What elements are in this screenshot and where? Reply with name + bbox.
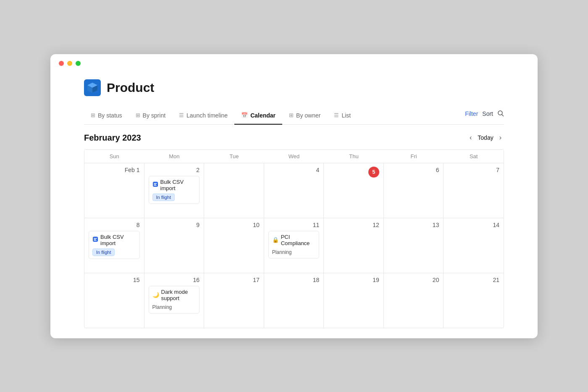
tabs-right: Filter Sort — [465, 110, 504, 122]
day-cell: 15 — [84, 273, 144, 328]
calendar-month-label: February 2023 — [84, 133, 141, 143]
day-cell: 2 Bulk CSV import In flight — [144, 163, 205, 218]
today-indicator: 5 — [368, 167, 379, 178]
prev-month-button[interactable]: ‹ — [467, 133, 474, 142]
app-window: Product ⊞ By status ⊞ By sprint ☰ Launch… — [50, 54, 538, 338]
by-sprint-icon: ⊞ — [136, 112, 140, 118]
tabs-left: ⊞ By status ⊞ By sprint ☰ Launch timelin… — [84, 108, 465, 124]
event-badge-planning: Planning — [272, 249, 292, 255]
pci-icon: 🔒 — [272, 237, 279, 243]
tab-by-owner[interactable]: ⊞ By owner — [282, 108, 327, 125]
event-badge-inflight: In flight — [92, 248, 115, 256]
event-card[interactable]: 🔒 PCI Compliance Planning — [268, 231, 320, 259]
day-cell: 17 — [204, 273, 264, 328]
day-cell-today: 5 — [324, 163, 384, 218]
day-number: 15 — [89, 277, 140, 283]
tab-launch-timeline[interactable]: ☰ Launch timeline — [172, 108, 234, 125]
event-card[interactable]: Bulk CSV import In flight — [89, 231, 140, 259]
day-number: 12 — [328, 222, 379, 228]
event-badge-planning: Planning — [152, 304, 172, 310]
day-number: 9 — [149, 222, 200, 228]
event-title: 🌙 Dark mode support — [152, 289, 196, 301]
search-icon — [497, 110, 504, 117]
day-header-mon: Mon — [144, 150, 205, 163]
day-header-thu: Thu — [324, 150, 384, 163]
by-status-icon: ⊞ — [91, 112, 95, 118]
day-cell: 21 — [444, 273, 504, 328]
day-number: 21 — [448, 277, 499, 283]
event-name: PCI Compliance — [281, 234, 316, 246]
minimize-button[interactable] — [67, 61, 72, 66]
day-cell: 13 — [384, 218, 444, 273]
day-cell: 6 — [384, 163, 444, 218]
day-cell — [204, 163, 264, 218]
day-cell: 11 🔒 PCI Compliance Planning — [264, 218, 324, 273]
day-cell: 20 — [384, 273, 444, 328]
search-button[interactable] — [497, 110, 504, 118]
weeks: Feb 1 2 Bulk CSV import In flight — [84, 163, 504, 328]
bulk-csv-icon-1 — [152, 181, 158, 188]
day-cell: 19 — [324, 273, 384, 328]
maximize-button[interactable] — [76, 61, 81, 66]
day-cell: 7 — [444, 163, 504, 218]
day-number: 11 — [268, 222, 320, 228]
svg-rect-8 — [94, 238, 97, 239]
today-button[interactable]: Today — [476, 133, 495, 142]
event-card[interactable]: Bulk CSV import In flight — [149, 176, 200, 204]
day-number: 17 — [208, 277, 260, 283]
event-title: Bulk CSV import — [92, 234, 136, 246]
day-cell: 4 — [264, 163, 324, 218]
day-number: 18 — [268, 277, 320, 283]
by-owner-icon: ⊞ — [289, 112, 294, 118]
list-icon: ☰ — [334, 112, 339, 118]
svg-line-2 — [502, 115, 504, 116]
day-number: 14 — [448, 222, 499, 228]
tab-by-status[interactable]: ⊞ By status — [84, 108, 129, 125]
launch-timeline-icon: ☰ — [179, 112, 184, 118]
product-logo-icon — [84, 79, 101, 96]
day-number: 20 — [388, 277, 439, 283]
day-cell: 16 🌙 Dark mode support Planning — [144, 273, 205, 328]
event-name: Bulk CSV import — [160, 179, 196, 191]
close-button[interactable] — [59, 61, 64, 66]
day-cell: Feb 1 — [84, 163, 144, 218]
day-number: 16 — [149, 277, 200, 283]
dark-mode-icon: 🌙 — [152, 292, 159, 298]
app-title: Product — [107, 81, 154, 95]
tab-list[interactable]: ☰ List — [327, 108, 357, 125]
day-cell: 18 — [264, 273, 324, 328]
day-header-tue: Tue — [204, 150, 264, 163]
day-header-sat: Sat — [444, 150, 504, 163]
event-card[interactable]: 🌙 Dark mode support Planning — [149, 286, 200, 314]
calendar-header: February 2023 ‹ Today › — [84, 133, 504, 143]
week-row: Feb 1 2 Bulk CSV import In flight — [84, 163, 504, 218]
day-number: 6 — [388, 167, 439, 173]
svg-rect-10 — [94, 240, 97, 241]
svg-rect-4 — [154, 183, 157, 184]
day-number: 4 — [268, 167, 320, 173]
day-cell: 10 — [204, 218, 264, 273]
day-header-wed: Wed — [264, 150, 324, 163]
week-row: 8 Bulk CSV import In flight — [84, 218, 504, 273]
day-number: 2 — [149, 167, 200, 173]
event-title: 🔒 PCI Compliance — [272, 234, 316, 246]
day-number: 10 — [208, 222, 260, 228]
bulk-csv-icon-2 — [92, 236, 98, 243]
svg-rect-6 — [154, 185, 157, 186]
calendar-tab-icon: 📅 — [241, 112, 248, 118]
day-cell: 9 — [144, 218, 205, 273]
day-header-fri: Fri — [384, 150, 444, 163]
day-number: 7 — [448, 167, 499, 173]
tab-calendar[interactable]: 📅 Calendar — [234, 108, 282, 125]
day-number: 8 — [89, 222, 140, 228]
sort-button[interactable]: Sort — [482, 110, 493, 117]
day-number: Feb 1 — [89, 167, 140, 173]
filter-button[interactable]: Filter — [465, 110, 478, 117]
app-header: Product — [84, 79, 504, 96]
tab-by-sprint[interactable]: ⊞ By sprint — [129, 108, 172, 125]
day-cell: 14 — [444, 218, 504, 273]
svg-rect-5 — [154, 184, 156, 185]
next-month-button[interactable]: › — [497, 133, 504, 142]
event-title: Bulk CSV import — [152, 179, 196, 191]
svg-rect-9 — [94, 239, 96, 240]
